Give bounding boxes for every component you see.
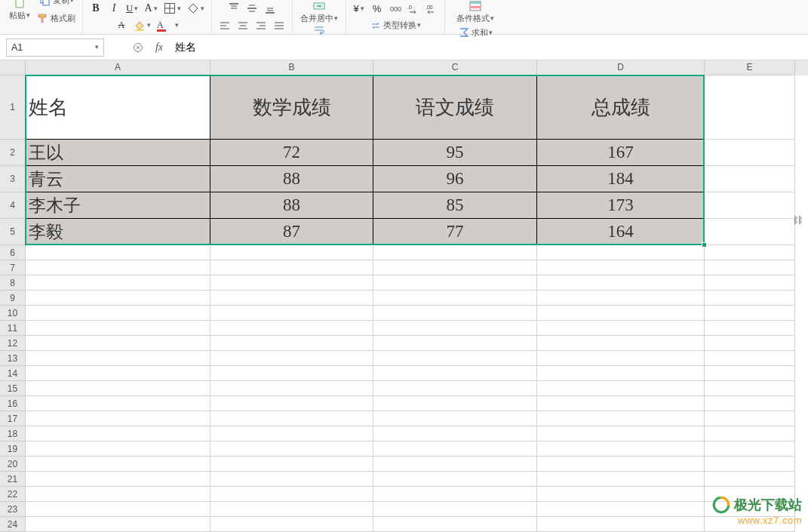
cell[interactable]	[537, 336, 705, 351]
cell[interactable]	[210, 381, 373, 396]
cell[interactable]	[210, 366, 373, 381]
cell[interactable]	[537, 351, 705, 366]
cell[interactable]	[26, 306, 210, 321]
cell[interactable]	[26, 457, 210, 472]
cell[interactable]	[537, 411, 705, 426]
cell[interactable]	[26, 275, 210, 291]
cell[interactable]	[373, 441, 537, 457]
cell[interactable]	[210, 245, 373, 260]
cell[interactable]	[210, 472, 373, 487]
cell[interactable]	[26, 291, 210, 306]
table-data-cell[interactable]: 王以	[26, 140, 210, 166]
cell[interactable]	[26, 441, 210, 457]
fx-button[interactable]: fx	[152, 41, 166, 54]
cell[interactable]	[537, 260, 705, 275]
cell[interactable]	[537, 275, 705, 291]
row-header[interactable]: 10	[0, 306, 26, 321]
cell[interactable]	[373, 366, 537, 381]
cell[interactable]	[705, 441, 795, 457]
decrease-decimal-button[interactable]: .00	[423, 0, 440, 17]
column-header[interactable]: B	[210, 60, 373, 75]
row-header[interactable]: 7	[0, 260, 26, 275]
cell[interactable]	[373, 457, 537, 472]
row-header[interactable]: 16	[0, 396, 26, 411]
cell[interactable]	[373, 517, 537, 532]
cell[interactable]	[537, 487, 705, 502]
column-headers[interactable]: ABCDE	[26, 60, 808, 75]
cell[interactable]	[705, 336, 795, 351]
column-header[interactable]: D	[537, 60, 705, 75]
type-convert-button[interactable]: 类型转换▾	[367, 17, 423, 34]
cell[interactable]	[537, 306, 705, 321]
table-data-cell[interactable]: 95	[373, 140, 537, 166]
row-header[interactable]: 6	[0, 245, 26, 260]
cell[interactable]	[373, 291, 537, 306]
row-header[interactable]: 14	[0, 366, 26, 381]
name-box[interactable]: A1 ▾	[6, 38, 104, 57]
cell[interactable]	[705, 166, 795, 192]
cell[interactable]	[705, 275, 795, 291]
cell[interactable]	[26, 472, 210, 487]
cell[interactable]	[705, 457, 795, 472]
cell[interactable]	[705, 381, 795, 396]
cell[interactable]	[537, 426, 705, 441]
table-data-cell[interactable]: 96	[373, 166, 537, 192]
cell[interactable]	[373, 260, 537, 275]
row-header[interactable]: 11	[0, 321, 26, 336]
table-data-cell[interactable]: 李毅	[26, 219, 210, 245]
cell[interactable]	[705, 487, 795, 502]
table-data-cell[interactable]: 85	[373, 192, 537, 219]
select-all-corner[interactable]	[0, 60, 26, 75]
row-header[interactable]: 18	[0, 426, 26, 441]
cell[interactable]	[705, 472, 795, 487]
cell[interactable]	[26, 487, 210, 502]
currency-button[interactable]: ¥▾	[351, 0, 367, 17]
table-header-cell[interactable]: 姓名	[26, 75, 210, 140]
cell[interactable]	[537, 396, 705, 411]
cell[interactable]	[210, 457, 373, 472]
row-header[interactable]: 21	[0, 472, 26, 487]
cell[interactable]	[705, 411, 795, 426]
justify-button[interactable]	[271, 17, 287, 34]
table-data-cell[interactable]: 167	[537, 140, 705, 166]
cell[interactable]	[373, 275, 537, 291]
bold-button[interactable]: B	[88, 0, 104, 17]
cell[interactable]	[373, 487, 537, 502]
cell[interactable]	[705, 192, 795, 219]
cell[interactable]	[537, 291, 705, 306]
row-header[interactable]: 24	[0, 517, 26, 532]
align-center-button[interactable]	[235, 17, 251, 34]
cell[interactable]	[26, 396, 210, 411]
cell[interactable]	[373, 336, 537, 351]
cell[interactable]	[373, 381, 537, 396]
cell[interactable]	[26, 366, 210, 381]
cell[interactable]	[537, 441, 705, 457]
cell[interactable]	[705, 426, 795, 441]
table-data-cell[interactable]: 72	[210, 140, 373, 166]
cell[interactable]	[705, 245, 795, 260]
row-header[interactable]: 20	[0, 457, 26, 472]
cell[interactable]	[705, 140, 795, 166]
table-data-cell[interactable]: 87	[210, 219, 373, 245]
underline-button[interactable]: U▾	[124, 0, 140, 17]
row-header[interactable]: 13	[0, 351, 26, 366]
row-header[interactable]: 5	[0, 219, 26, 245]
row-header[interactable]: 9	[0, 291, 26, 306]
cell[interactable]	[210, 441, 373, 457]
table-data-cell[interactable]: 青云	[26, 166, 210, 192]
cell[interactable]	[537, 381, 705, 396]
cell[interactable]	[373, 306, 537, 321]
cell[interactable]	[210, 291, 373, 306]
cell[interactable]	[210, 487, 373, 502]
cell[interactable]	[26, 411, 210, 426]
row-header[interactable]: 3	[0, 166, 26, 192]
cell[interactable]	[705, 291, 795, 306]
cell[interactable]	[705, 321, 795, 336]
cell[interactable]	[26, 336, 210, 351]
cell[interactable]	[705, 517, 795, 532]
cell[interactable]	[705, 306, 795, 321]
align-right-button[interactable]	[253, 17, 269, 34]
cell[interactable]	[537, 245, 705, 260]
table-header-cell[interactable]: 总成绩	[537, 75, 705, 140]
percent-button[interactable]: %	[369, 0, 386, 17]
